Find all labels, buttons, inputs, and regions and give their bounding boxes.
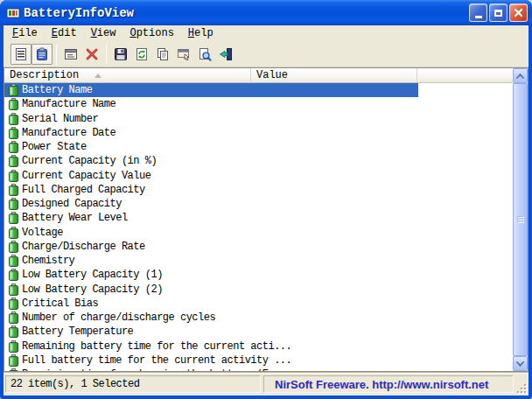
battery-icon xyxy=(9,284,18,296)
list-item[interactable]: Battery Wear Level xyxy=(4,211,513,225)
battery-icon xyxy=(9,269,18,281)
list-item[interactable]: Current Capacity Value xyxy=(4,169,513,183)
save-report-button[interactable] xyxy=(110,44,131,65)
window-controls xyxy=(469,4,528,22)
battery-icon xyxy=(9,326,18,338)
list-item[interactable]: Number of charge/discharge cycles xyxy=(4,311,513,325)
column-header-description[interactable]: Description xyxy=(4,68,251,83)
find-icon xyxy=(198,47,212,61)
menu-view[interactable]: View xyxy=(84,26,123,40)
battery-icon xyxy=(9,141,18,153)
title-bar[interactable]: BatteryInfoView xyxy=(0,0,532,25)
battery-info-view-window: BatteryInfoView File Edit View Options H… xyxy=(0,0,532,399)
battery-icon xyxy=(9,255,18,267)
list-item[interactable]: Critical Bias xyxy=(4,297,513,311)
list-item[interactable]: Low Battery Capacity (2) xyxy=(4,283,513,297)
maximize-button[interactable] xyxy=(489,4,508,22)
list-view: Description Value Battery Name xyxy=(4,67,528,372)
list-item-label: Low Battery Capacity (1) xyxy=(22,269,163,281)
column-header-label: Description xyxy=(10,69,79,81)
list-item-label: Serial Number xyxy=(22,113,98,125)
battery-icon xyxy=(9,354,18,367)
scroll-down-button[interactable] xyxy=(513,356,528,371)
exit-button[interactable] xyxy=(215,44,236,65)
close-icon xyxy=(514,8,523,18)
find-button[interactable] xyxy=(194,44,215,65)
list-item-label: Manufacture Date xyxy=(22,127,116,139)
list-item[interactable]: Chemistry xyxy=(4,254,513,268)
list-item-label: Chemistry xyxy=(22,255,74,267)
chevron-up-icon xyxy=(516,74,524,79)
nirsoft-branding-link[interactable]: NirSoft Freeware. http://www.nirsoft.net xyxy=(275,378,488,391)
battery-icon xyxy=(9,340,18,353)
app-battery-icon xyxy=(6,6,20,20)
copy-selected-button[interactable] xyxy=(152,44,173,65)
battery-log-view-button[interactable] xyxy=(32,44,52,65)
status-bar: 22 item(s), 1 Selected NirSoft Freeware.… xyxy=(4,372,528,396)
list-item[interactable]: Remaining battery time for the current a… xyxy=(4,340,513,354)
scrollbar-thumb[interactable] xyxy=(513,83,528,356)
toolbar-separator xyxy=(56,45,57,64)
minimize-button[interactable] xyxy=(469,4,487,22)
toolbar-separator xyxy=(106,45,107,64)
properties-icon xyxy=(177,47,191,61)
advanced-options-button[interactable] xyxy=(60,44,81,65)
list-rows: Battery Name Manufacture Name Serial Num… xyxy=(4,83,513,371)
info-list-icon xyxy=(14,47,28,61)
vertical-scrollbar[interactable] xyxy=(513,68,528,371)
chevron-down-icon xyxy=(516,361,524,367)
maximize-icon xyxy=(494,10,502,17)
menu-help[interactable]: Help xyxy=(181,26,220,40)
list-item[interactable]: Designed Capacity xyxy=(4,197,513,211)
menu-edit[interactable]: Edit xyxy=(45,26,84,40)
properties-button[interactable] xyxy=(173,44,194,65)
list-item[interactable]: Serial Number xyxy=(4,112,513,126)
scrollbar-grip-icon xyxy=(517,216,523,217)
column-header-value[interactable]: Value xyxy=(251,68,417,83)
list-item[interactable]: Manufacture Date xyxy=(4,126,513,140)
minimize-icon xyxy=(475,16,482,18)
column-headers: Description Value xyxy=(4,68,513,83)
list-item[interactable]: Battery Temperature xyxy=(4,325,513,339)
refresh-icon xyxy=(135,47,149,61)
close-button[interactable] xyxy=(509,4,528,22)
refresh-button[interactable] xyxy=(131,44,152,65)
status-panel-items: 22 item(s), 1 Selected xyxy=(5,375,261,393)
battery-icon xyxy=(9,312,18,324)
battery-icon xyxy=(9,98,18,110)
menu-file[interactable]: File xyxy=(5,26,45,40)
list-item[interactable]: Low Battery Capacity (1) xyxy=(4,268,513,282)
menu-bar: File Edit View Options Help xyxy=(4,25,528,41)
battery-icon xyxy=(9,170,18,182)
list-item-label: Power State xyxy=(22,141,87,153)
list-item-label: Charge/Discharge Rate xyxy=(22,241,145,253)
battery-icon xyxy=(9,127,18,139)
list-item-label: Battery Temperature xyxy=(22,326,133,338)
list-item-label: Remaining battery time for the current a… xyxy=(22,340,291,353)
list-item-label: Battery Wear Level xyxy=(22,212,128,224)
toolbar xyxy=(4,41,528,67)
delete-button[interactable] xyxy=(81,44,102,65)
resize-grip[interactable] xyxy=(515,382,527,394)
list-item-label: Remaining time for charging the battery … xyxy=(22,368,291,371)
status-panel-branding: NirSoft Freeware. http://www.nirsoft.net xyxy=(263,375,514,393)
list-item-label: Full Charged Capacity xyxy=(22,184,145,196)
list-item[interactable]: Remaining time for charging the battery … xyxy=(4,368,513,371)
scroll-up-button[interactable] xyxy=(513,68,528,83)
copy-icon xyxy=(156,47,170,61)
list-item[interactable]: Charge/Discharge Rate xyxy=(4,240,513,254)
menu-options[interactable]: Options xyxy=(122,26,180,40)
window-options-icon xyxy=(64,47,78,61)
list-item[interactable]: Manufacture Name xyxy=(4,97,513,111)
floppy-save-icon xyxy=(114,47,128,61)
list-item[interactable]: Current Capacity (in %) xyxy=(4,154,513,168)
list-item[interactable]: Voltage xyxy=(4,226,513,240)
battery-icon xyxy=(9,298,18,310)
list-item[interactable]: Full battery time for the current activi… xyxy=(4,354,513,368)
battery-info-view-button[interactable] xyxy=(10,44,32,65)
list-item[interactable]: Battery Name xyxy=(4,83,513,97)
list-item[interactable]: Power State xyxy=(4,140,513,154)
list-item-label: Low Battery Capacity (2) xyxy=(22,284,163,296)
battery-icon xyxy=(9,113,18,125)
list-item[interactable]: Full Charged Capacity xyxy=(4,183,513,197)
